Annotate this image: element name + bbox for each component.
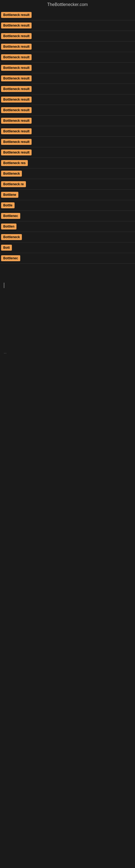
bottleneck-badge[interactable]: Bottleneck result (1, 118, 32, 124)
bottleneck-badge[interactable]: Bottleneck result (1, 33, 32, 39)
list-item[interactable]: Bottleneck result (0, 53, 135, 62)
list-item[interactable]: Bottleneck result (0, 127, 135, 136)
ellipsis-indicator: ... (4, 350, 131, 354)
bottleneck-badge[interactable]: Bottlenec (1, 213, 20, 219)
list-item[interactable]: Bottlene (0, 190, 135, 199)
bottleneck-badge[interactable]: Bottleneck result (1, 86, 32, 92)
bottom-section: ... (0, 275, 135, 468)
list-item[interactable]: Bottleneck result (0, 148, 135, 157)
bottleneck-badge[interactable]: Bottleneck result (1, 12, 32, 18)
bottleneck-badge[interactable]: Bottleneck re (1, 181, 26, 187)
bottleneck-badge[interactable]: Bottleneck (1, 234, 22, 240)
bottleneck-badge[interactable]: Bottleneck result (1, 107, 32, 113)
list-item[interactable]: Bottlen (0, 222, 135, 231)
bottleneck-badge[interactable]: Bottleneck result (1, 65, 32, 71)
bottleneck-badge[interactable]: Bottleneck result (1, 97, 32, 102)
list-item[interactable]: Bottleneck (0, 169, 135, 178)
list-item[interactable]: Bottleneck result (0, 95, 135, 104)
list-item[interactable]: Bottleneck result (0, 10, 135, 20)
list-item[interactable]: Bottleneck result (0, 84, 135, 94)
list-item[interactable]: Bottleneck re (0, 180, 135, 189)
list-item[interactable]: Bottleneck result (0, 21, 135, 30)
bottleneck-badge[interactable]: Bott (1, 245, 12, 251)
cursor-indicator (4, 283, 4, 288)
list-item[interactable]: Bottleneck result (0, 74, 135, 83)
bottleneck-badge[interactable]: Bottleneck (1, 170, 22, 177)
site-title: TheBottlenecker.com (0, 0, 135, 9)
bottleneck-badge[interactable]: Bottleneck res (1, 160, 28, 166)
list-item[interactable]: Bottleneck result (0, 42, 135, 51)
list-item[interactable]: Bottleneck (0, 232, 135, 242)
bottleneck-badge[interactable]: Bottleneck result (1, 54, 32, 60)
bottleneck-badge[interactable]: Bottlenec (1, 255, 20, 261)
bottleneck-badge[interactable]: Bottleneck result (1, 128, 32, 134)
list-item[interactable]: Bottlenec (0, 254, 135, 263)
list-item[interactable]: Bott (0, 243, 135, 252)
site-header: TheBottlenecker.com (0, 0, 135, 9)
bottleneck-badge[interactable]: Bottlen (1, 223, 16, 229)
items-container: Bottleneck result Bottleneck result Bott… (0, 9, 135, 264)
bottleneck-badge[interactable]: Bottleneck result (1, 150, 32, 155)
list-item[interactable]: Bottleneck result (0, 63, 135, 72)
bottleneck-badge[interactable]: Bottleneck result (1, 75, 32, 82)
list-item[interactable]: Bottlenec (0, 211, 135, 220)
bottleneck-badge[interactable]: Bottleneck result (1, 23, 32, 29)
bottleneck-badge[interactable]: Bottleneck result (1, 44, 32, 50)
list-item[interactable]: Bottleneck res (0, 158, 135, 167)
list-item[interactable]: Bottleneck result (0, 31, 135, 41)
bottleneck-badge[interactable]: Bottlene (1, 192, 18, 198)
list-item[interactable]: Bottle (0, 201, 135, 210)
page-wrapper: TheBottlenecker.com Bottleneck result Bo… (0, 0, 135, 468)
list-item[interactable]: Bottleneck result (0, 137, 135, 147)
bottleneck-badge[interactable]: Bottleneck result (1, 139, 32, 145)
list-item[interactable]: Bottleneck result (0, 116, 135, 125)
list-item[interactable]: Bottleneck result (0, 105, 135, 115)
bottleneck-badge[interactable]: Bottle (1, 203, 14, 208)
